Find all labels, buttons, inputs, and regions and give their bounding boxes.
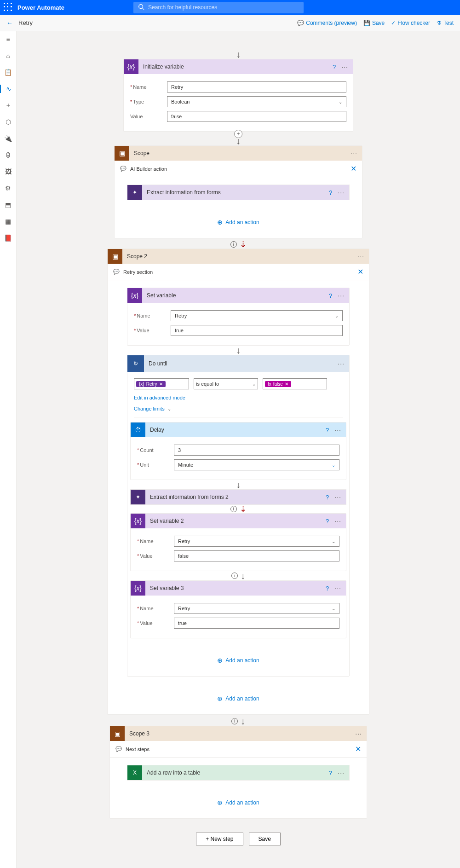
- templates-icon[interactable]: ⬡: [4, 118, 12, 126]
- help-icon[interactable]: ?: [326, 585, 329, 592]
- more-icon[interactable]: ···: [351, 150, 357, 157]
- step-header[interactable]: ▣ Scope ···: [115, 146, 362, 161]
- flow-icon[interactable]: ∿: [0, 85, 17, 93]
- help-icon[interactable]: ?: [329, 292, 332, 299]
- add-action-button[interactable]: ⊕Add an action: [217, 219, 259, 226]
- new-step-button[interactable]: + New step: [196, 833, 243, 845]
- search-box[interactable]: [133, 2, 304, 13]
- ai-icon[interactable]: ⚙: [4, 184, 12, 192]
- help-icon[interactable]: ?: [326, 427, 329, 434]
- menu-icon[interactable]: ≡: [4, 35, 12, 43]
- more-icon[interactable]: ···: [341, 63, 348, 70]
- step-header[interactable]: ▣ Scope 2 ···: [108, 249, 369, 264]
- home-icon[interactable]: ⌂: [4, 52, 12, 60]
- name-select[interactable]: Retry⌄: [174, 603, 339, 614]
- search-input[interactable]: [148, 4, 299, 11]
- step-delay[interactable]: ⏱Delay?··· Count3 UnitMinute⌄: [130, 422, 346, 480]
- save-button-bottom[interactable]: Save: [249, 833, 281, 845]
- add-action-button[interactable]: ⊕Add an action: [217, 657, 259, 664]
- more-icon[interactable]: ···: [334, 426, 341, 434]
- value-input[interactable]: true: [174, 618, 339, 629]
- comments-button[interactable]: 💬Comments (preview): [297, 20, 357, 26]
- checker-icon: ✓: [391, 20, 396, 26]
- step-extract-info-forms[interactable]: ✦ Extract information from forms ?···: [127, 185, 350, 200]
- step-scope-3[interactable]: ▣ Scope 3 ··· 💬 Next steps ✕ XAdd a row …: [109, 726, 367, 819]
- info-icon[interactable]: i: [230, 506, 237, 512]
- info-icon[interactable]: i: [231, 573, 238, 579]
- step-extract-info-forms-2[interactable]: ✦Extract information from forms 2?···: [130, 489, 346, 505]
- step-scope-2[interactable]: ▣ Scope 2 ··· 💬 Retry section ✕ {x}Set v…: [107, 249, 369, 715]
- edit-advanced-link[interactable]: Edit in advanced mode: [127, 392, 349, 403]
- comment-bar: 💬 AI Builder action ✕: [115, 161, 362, 177]
- learn-icon[interactable]: 📕: [4, 234, 12, 242]
- process-icon[interactable]: ⬒: [4, 201, 12, 209]
- ai-builder-icon: ✦: [131, 490, 145, 504]
- chevron-down-icon: ⌄: [335, 313, 339, 318]
- step-do-until[interactable]: ↻Do until··· {x} Retry ✕ is equal to⌄ fx…: [127, 355, 350, 677]
- clipboard-icon[interactable]: 📋: [4, 68, 12, 76]
- monitor-icon[interactable]: 🖼: [4, 168, 12, 176]
- value-input[interactable]: false: [167, 111, 346, 122]
- step-scope-1[interactable]: ▣ Scope ··· 💬 AI Builder action ✕ ✦ Extr…: [114, 145, 362, 238]
- more-icon[interactable]: ···: [338, 292, 345, 299]
- more-icon[interactable]: ···: [334, 493, 341, 501]
- help-icon[interactable]: ?: [329, 189, 332, 196]
- info-icon[interactable]: i: [230, 241, 237, 248]
- flask-icon: ⚗: [437, 20, 442, 26]
- connectors-icon[interactable]: 🔌: [4, 134, 12, 143]
- more-icon[interactable]: ···: [357, 253, 364, 260]
- condition-left[interactable]: {x} Retry ✕: [134, 378, 189, 389]
- flow-title: Retry: [18, 19, 33, 26]
- help-icon[interactable]: ?: [326, 518, 329, 525]
- help-icon[interactable]: ?: [326, 494, 329, 501]
- variable-pill[interactable]: {x} Retry ✕: [136, 381, 166, 387]
- variable-icon: {x}: [131, 581, 145, 596]
- test-button[interactable]: ⚗Test: [437, 20, 454, 26]
- close-icon[interactable]: ✕: [357, 267, 363, 276]
- step-header[interactable]: ▣ Scope 3 ···: [110, 726, 367, 741]
- name-select[interactable]: Retry⌄: [174, 536, 339, 547]
- value-input[interactable]: true: [171, 325, 343, 336]
- add-icon[interactable]: ＋: [4, 101, 12, 110]
- step-set-variable[interactable]: {x}Set variable?··· NameRetry⌄ Valuetrue: [127, 288, 350, 346]
- help-icon[interactable]: ?: [329, 770, 332, 776]
- step-set-variable-3[interactable]: {x}Set variable 3?··· NameRetry⌄ Valuetr…: [130, 580, 346, 638]
- back-button[interactable]: ←: [6, 19, 13, 27]
- unit-select[interactable]: Minute⌄: [174, 459, 339, 470]
- expression-pill[interactable]: fx false ✕: [265, 381, 291, 387]
- help-icon[interactable]: ?: [333, 64, 336, 70]
- more-icon[interactable]: ···: [338, 769, 345, 776]
- add-action-button[interactable]: ⊕Add an action: [217, 799, 259, 806]
- add-action-button[interactable]: ⊕Add an action: [217, 695, 259, 702]
- close-icon[interactable]: ✕: [355, 745, 361, 753]
- more-icon[interactable]: ···: [334, 584, 341, 592]
- count-input[interactable]: 3: [174, 445, 339, 456]
- solutions-icon[interactable]: ▦: [4, 217, 12, 226]
- condition-operator[interactable]: is equal to⌄: [194, 378, 258, 389]
- add-step-between[interactable]: +: [234, 130, 242, 138]
- save-button[interactable]: 💾Save: [363, 20, 385, 26]
- change-limits-link[interactable]: Change limits⌄: [127, 403, 349, 414]
- command-bar: ← Retry 💬Comments (preview) 💾Save ✓Flow …: [0, 15, 460, 31]
- info-icon[interactable]: i: [231, 718, 238, 724]
- value-input[interactable]: false: [174, 550, 339, 561]
- type-label: Type: [130, 99, 167, 104]
- data-icon[interactable]: 🛢: [4, 151, 12, 159]
- scope-icon: ▣: [108, 249, 122, 264]
- app-launcher-icon[interactable]: [4, 3, 13, 12]
- step-header[interactable]: {x} Initialize variable ?···: [124, 59, 353, 74]
- name-select[interactable]: Retry⌄: [171, 310, 343, 321]
- flow-checker-button[interactable]: ✓Flow checker: [391, 20, 430, 26]
- arrow-icon: ↓: [241, 571, 245, 580]
- step-add-row-excel[interactable]: XAdd a row into a table?···: [127, 765, 350, 781]
- more-icon[interactable]: ···: [338, 189, 345, 196]
- more-icon[interactable]: ···: [334, 517, 341, 525]
- type-select[interactable]: Boolean⌄: [167, 96, 346, 107]
- condition-right[interactable]: fx false ✕: [263, 378, 327, 389]
- more-icon[interactable]: ···: [355, 730, 362, 737]
- step-set-variable-2[interactable]: {x}Set variable 2?··· NameRetry⌄ Valuefa…: [130, 513, 346, 571]
- name-input[interactable]: Retry: [167, 81, 346, 93]
- close-icon[interactable]: ✕: [351, 164, 356, 173]
- more-icon[interactable]: ···: [338, 360, 345, 367]
- step-initialize-variable[interactable]: {x} Initialize variable ?··· NameRetry T…: [123, 59, 353, 132]
